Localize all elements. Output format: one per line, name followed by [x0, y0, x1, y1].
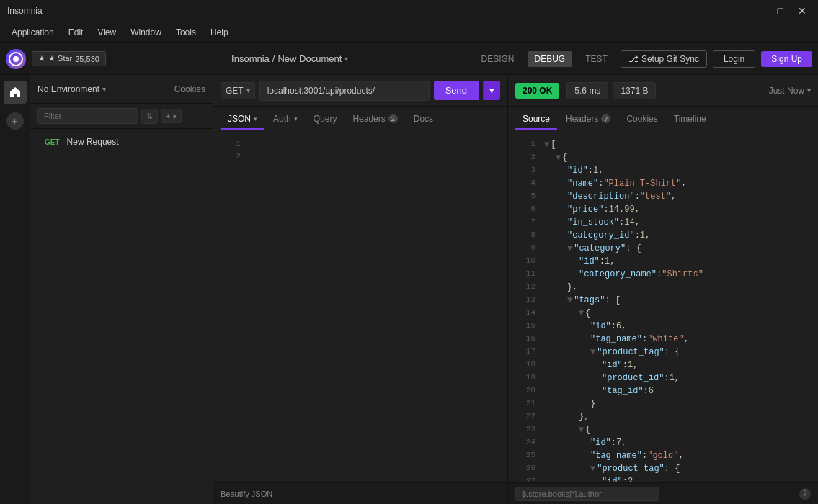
minimize-icon[interactable]: — [749, 5, 768, 17]
star-count: 25,530 [75, 55, 99, 63]
json-tab-caret-icon: ▾ [254, 115, 257, 122]
tab-source[interactable]: Source [515, 109, 557, 130]
url-input[interactable] [259, 81, 430, 101]
request-method-badge: GET [42, 138, 63, 147]
expand-btn-23[interactable]: ▼ [579, 423, 584, 436]
login-button[interactable]: Login [713, 50, 755, 68]
response-panel: 200 OK 5.6 ms 1371 B Just Now ▾ Source H… [508, 75, 818, 504]
resp-line-24: 24 "id" : 7 , [508, 436, 809, 449]
environment-dropdown[interactable]: No Environment ▾ [37, 84, 106, 94]
status-badge: 200 OK [515, 83, 559, 99]
expand-btn-2[interactable]: ▼ [556, 151, 561, 164]
size-stat: 1371 B [613, 82, 656, 99]
response-filter-input[interactable] [515, 487, 659, 501]
menu-edit[interactable]: Edit [63, 24, 89, 40]
resp-line-22: 22 }, [508, 410, 809, 423]
headers-badge: 2 [388, 114, 398, 123]
menu-application[interactable]: Application [6, 24, 60, 40]
add-request-button[interactable]: + ▾ [161, 109, 182, 123]
tab-auth[interactable]: Auth ▾ [266, 109, 305, 130]
tab-json[interactable]: JSON ▾ [221, 109, 264, 130]
tab-docs-label: Docs [414, 114, 433, 124]
resp-line-4: 4 "name" : "Plain T-Shirt" , [508, 177, 809, 190]
sidebar-request-item[interactable]: GET New Request [33, 132, 210, 151]
maximize-icon[interactable]: □ [773, 5, 788, 17]
response-footer: ? [508, 482, 818, 504]
doc-dropdown[interactable]: New Document ▾ [277, 53, 348, 64]
plus-icon: + [12, 115, 17, 127]
toolbar: ★ ★ Star 25,530 Insomnia / New Document … [0, 43, 818, 75]
resp-line-23: 23 ▼ { [508, 423, 809, 436]
expand-btn-9[interactable]: ▼ [567, 242, 572, 255]
resp-line-8: 8 "category_id" : 1 , [508, 229, 809, 242]
test-tab-button[interactable]: TEST [578, 51, 615, 67]
response-help-icon[interactable]: ? [799, 488, 811, 500]
resp-line-19: 19 "product_id" : 1 , [508, 372, 809, 384]
sidebar-icons: + [0, 75, 30, 504]
sidebar-search: ⇅ + ▾ [30, 104, 213, 129]
request-tabs: JSON ▾ Auth ▾ Query Headers 2 Docs [213, 107, 507, 132]
menu-tools[interactable]: Tools [170, 24, 202, 40]
git-sync-button[interactable]: ⎇ Setup Git Sync [621, 50, 707, 68]
resp-line-21: 21 } [508, 397, 809, 410]
menubar: Application Edit View Window Tools Help [0, 22, 818, 43]
tab-query-label: Query [314, 114, 337, 124]
resp-line-27: 27 "id" : 2 , [508, 475, 809, 482]
tab-resp-headers[interactable]: Headers 7 [559, 109, 618, 130]
request-name: New Request [67, 137, 119, 147]
breadcrumb: Insomnia / New Document ▾ [112, 53, 468, 64]
add-caret-icon: ▾ [173, 113, 177, 120]
request-code-editor[interactable]: 1 2 [213, 132, 507, 482]
beautify-json-button[interactable]: Beautify JSON [221, 490, 272, 498]
timestamp-caret-icon: ▾ [807, 86, 811, 94]
titlebar-controls: — □ ✕ [749, 5, 811, 17]
resp-line-10: 10 "id" : 1 , [508, 255, 809, 268]
tab-timeline[interactable]: Timeline [667, 109, 713, 130]
resp-line-13: 13 ▼ "tags" : [ [508, 294, 809, 307]
sidebar-header: No Environment ▾ Cookies [30, 75, 213, 104]
tab-resp-cookies[interactable]: Cookies [619, 109, 664, 130]
tab-query[interactable]: Query [306, 109, 344, 130]
resp-line-9: 9 ▼ "category" : { [508, 242, 809, 255]
expand-btn-14[interactable]: ▼ [579, 307, 584, 320]
tab-auth-label: Auth [273, 114, 291, 124]
sort-button[interactable]: ⇅ [141, 109, 158, 124]
timestamp: Just Now ▾ [769, 86, 811, 96]
send-button[interactable]: Send [434, 81, 479, 100]
tab-docs[interactable]: Docs [406, 109, 440, 130]
tab-source-label: Source [523, 114, 550, 124]
breadcrumb-separator: / [272, 53, 275, 64]
expand-btn-1[interactable]: ▼ [544, 138, 549, 151]
resp-line-20: 20 "tag_id" : 6 [508, 384, 809, 397]
star-icon: ★ [38, 54, 45, 63]
menu-help[interactable]: Help [205, 24, 234, 40]
debug-tab-button[interactable]: DEBUG [528, 51, 573, 67]
sidebar-home-icon[interactable] [4, 81, 27, 104]
add-icon: + [166, 112, 170, 120]
close-icon[interactable]: ✕ [793, 5, 811, 17]
response-toolbar: 200 OK 5.6 ms 1371 B Just Now ▾ [508, 75, 818, 107]
menu-window[interactable]: Window [125, 24, 167, 40]
star-button[interactable]: ★ ★ Star 25,530 [32, 51, 106, 66]
expand-btn-17[interactable]: ▼ [590, 346, 595, 359]
send-dropdown-button[interactable]: ▾ [483, 81, 500, 100]
design-tab-button[interactable]: DESIGN [474, 51, 522, 67]
signup-button[interactable]: Sign Up [761, 51, 812, 67]
resp-line-16: 16 "tag_name" : "white" , [508, 333, 809, 346]
star-label: ★ Star [48, 54, 72, 63]
cookies-button[interactable]: Cookies [174, 84, 205, 94]
tab-json-label: JSON [228, 114, 251, 124]
app-logo [6, 49, 26, 69]
expand-btn-26[interactable]: ▼ [590, 462, 595, 475]
filter-input[interactable] [37, 108, 138, 124]
titlebar-title: Insomnia [7, 6, 43, 16]
menu-view[interactable]: View [92, 24, 122, 40]
method-select[interactable]: GET ▾ [221, 82, 255, 99]
sidebar-add-button[interactable]: + [6, 112, 24, 130]
expand-btn-13[interactable]: ▼ [567, 294, 572, 307]
tab-headers[interactable]: Headers 2 [345, 109, 404, 130]
resp-line-12: 12 }, [508, 281, 809, 294]
resp-line-5: 5 "description" : "test" , [508, 190, 809, 203]
response-body[interactable]: 1 ▼ [ 2 ▼ { 3 "id" : 1 [508, 132, 818, 482]
resp-line-25: 25 "tag_name" : "gold" , [508, 449, 809, 462]
